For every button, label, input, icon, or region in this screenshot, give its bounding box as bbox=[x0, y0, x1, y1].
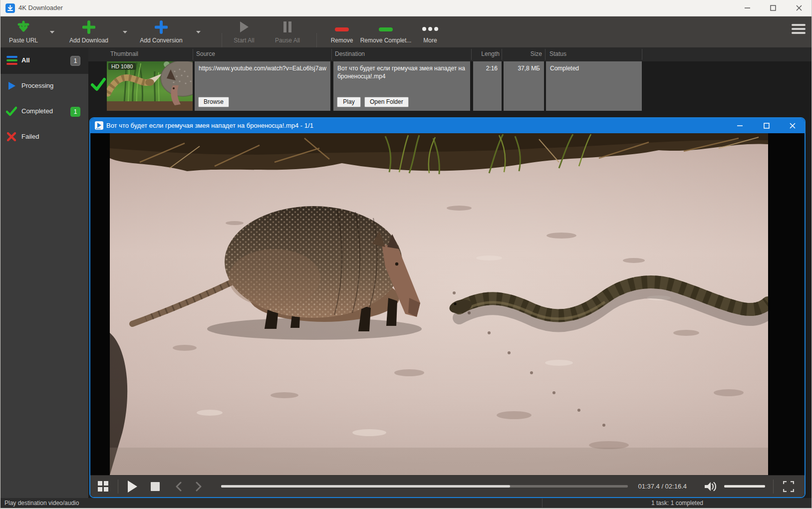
playback-time: 01:37.4 / 02:16.4 bbox=[607, 483, 687, 490]
add-download-plus-icon bbox=[82, 20, 95, 36]
status-bar: Play destination video/audio 1 task: 1 c… bbox=[0, 498, 812, 508]
sidebar-processing-label: Processing bbox=[21, 82, 53, 89]
column-status[interactable]: Status bbox=[549, 50, 566, 57]
minimize-button[interactable] bbox=[736, 0, 759, 16]
title-bar: 4K Downloader bbox=[0, 0, 812, 16]
row-completed-check-icon bbox=[91, 77, 106, 93]
add-conversion-button[interactable]: Add Conversion bbox=[133, 18, 189, 45]
more-button[interactable]: More bbox=[419, 18, 442, 45]
column-size[interactable]: Size bbox=[504, 50, 542, 57]
sidebar-failed-label: Failed bbox=[21, 133, 39, 140]
player-app-icon bbox=[95, 121, 103, 130]
add-conversion-dropdown-chevron-icon[interactable] bbox=[194, 28, 202, 35]
video-frame[interactable] bbox=[110, 133, 768, 475]
pause-all-icon bbox=[282, 20, 292, 35]
completed-check-icon bbox=[6, 106, 17, 118]
row-status-cell[interactable]: Completed bbox=[546, 61, 642, 111]
seek-fill bbox=[221, 485, 510, 488]
more-label: More bbox=[423, 37, 437, 44]
start-all-label: Start All bbox=[234, 37, 254, 44]
row-thumbnail[interactable]: HD 1080 bbox=[107, 61, 193, 111]
add-conversion-plus-icon bbox=[155, 20, 168, 36]
column-destination[interactable]: Destination bbox=[335, 50, 365, 57]
paste-url-button[interactable]: Paste URL bbox=[3, 18, 44, 45]
player-close-button[interactable] bbox=[782, 118, 804, 133]
column-source[interactable]: Source bbox=[196, 50, 215, 57]
paste-url-dropdown-chevron-icon[interactable] bbox=[48, 28, 56, 35]
player-minimize-button[interactable] bbox=[729, 118, 751, 133]
playlist-grid-icon[interactable] bbox=[97, 481, 110, 493]
row-length-cell[interactable]: 2:16 bbox=[473, 61, 502, 111]
remove-label: Remove bbox=[331, 37, 353, 44]
column-separator bbox=[545, 49, 545, 60]
column-thumbnail[interactable]: Thumbnail bbox=[110, 50, 138, 57]
play-button[interactable]: Play bbox=[337, 97, 361, 107]
all-count-badge: 1 bbox=[70, 56, 80, 66]
next-icon[interactable] bbox=[193, 481, 204, 493]
close-button[interactable] bbox=[788, 0, 811, 16]
remove-completed-label: Remove Complet... bbox=[360, 37, 412, 44]
add-download-label: Add Download bbox=[69, 37, 108, 44]
player-maximize-button[interactable] bbox=[756, 118, 778, 133]
stop-icon[interactable] bbox=[149, 481, 161, 493]
window-title: 4K Downloader bbox=[18, 4, 63, 11]
row-size-cell[interactable]: 37,8 МБ bbox=[504, 61, 544, 111]
pause-all-button[interactable]: Pause All bbox=[270, 18, 305, 45]
seek-bar[interactable] bbox=[221, 485, 628, 488]
fullscreen-icon[interactable] bbox=[782, 481, 795, 493]
menu-hamburger-icon[interactable] bbox=[792, 23, 806, 35]
add-download-button[interactable]: Add Download bbox=[63, 18, 115, 45]
sidebar-completed-label: Completed bbox=[21, 107, 53, 115]
destination-filename: Вот что будет если гремучая змея нападет… bbox=[337, 65, 466, 80]
more-dots-icon bbox=[421, 20, 439, 33]
previous-icon[interactable] bbox=[173, 481, 184, 493]
volume-slider[interactable] bbox=[724, 485, 765, 488]
column-separator bbox=[193, 49, 193, 60]
remove-button[interactable]: Remove bbox=[327, 18, 356, 45]
sidebar-item-failed[interactable]: Failed bbox=[0, 125, 88, 150]
paste-url-icon bbox=[17, 20, 30, 36]
paste-url-label: Paste URL bbox=[9, 37, 38, 44]
sidebar-item-processing[interactable]: Processing bbox=[0, 74, 88, 99]
browse-button[interactable]: Browse bbox=[198, 97, 229, 107]
remove-completed-button[interactable]: Remove Complet... bbox=[359, 18, 413, 45]
status-value: Completed bbox=[550, 65, 579, 72]
failed-x-icon bbox=[7, 132, 16, 143]
open-folder-button[interactable]: Open Folder bbox=[364, 97, 409, 107]
add-conversion-label: Add Conversion bbox=[140, 37, 182, 44]
pause-all-label: Pause All bbox=[275, 37, 300, 44]
play-icon[interactable] bbox=[125, 480, 139, 494]
status-hint: Play destination video/audio bbox=[4, 500, 79, 507]
player-title: Вот что будет если гремучая змея нападет… bbox=[106, 122, 313, 129]
column-separator bbox=[642, 49, 642, 60]
column-separator bbox=[471, 49, 472, 60]
volume-fill bbox=[724, 485, 765, 488]
add-download-dropdown-chevron-icon[interactable] bbox=[121, 28, 129, 35]
all-filter-icon bbox=[6, 55, 17, 67]
processing-play-icon bbox=[7, 81, 16, 93]
sidebar: Processing Completed 1 Failed bbox=[0, 74, 88, 498]
sidebar-item-completed[interactable]: Completed 1 bbox=[0, 99, 88, 124]
row-source-cell[interactable]: https://www.youtube.com/watch?v=EaLo6lsj… bbox=[195, 61, 330, 111]
column-separator bbox=[331, 49, 332, 60]
player-controls: 01:37.4 / 02:16.4 bbox=[90, 475, 805, 497]
maximize-button[interactable] bbox=[762, 0, 785, 16]
volume-icon[interactable] bbox=[703, 480, 718, 493]
task-summary: 1 task: 1 completed bbox=[542, 500, 812, 507]
sidebar-item-all[interactable]: All 1 bbox=[0, 48, 88, 73]
start-all-play-icon bbox=[238, 20, 250, 35]
row-destination-cell[interactable]: Вот что будет если гремучая змея нападет… bbox=[333, 61, 470, 111]
column-length[interactable]: Length bbox=[471, 50, 500, 57]
remove-dash-icon bbox=[334, 20, 349, 34]
sidebar-header: All 1 bbox=[0, 47, 88, 74]
source-url: https://www.youtube.com/watch?v=EaLo6lsj… bbox=[199, 65, 327, 73]
player-title-bar[interactable]: Вот что будет если гремучая змея нападет… bbox=[90, 118, 805, 133]
app-window: 4K Downloader Paste URL Add Download bbox=[0, 0, 812, 509]
sidebar-all-label: All bbox=[21, 56, 30, 64]
toolbar: Paste URL Add Download Add Conversion bbox=[0, 16, 812, 47]
start-all-button[interactable]: Start All bbox=[228, 18, 260, 45]
player-window: Вот что будет если гремучая змея нападет… bbox=[89, 117, 806, 498]
completed-count-badge: 1 bbox=[70, 107, 80, 117]
remove-completed-dash-icon bbox=[378, 20, 393, 34]
size-value: 37,8 МБ bbox=[518, 65, 540, 72]
